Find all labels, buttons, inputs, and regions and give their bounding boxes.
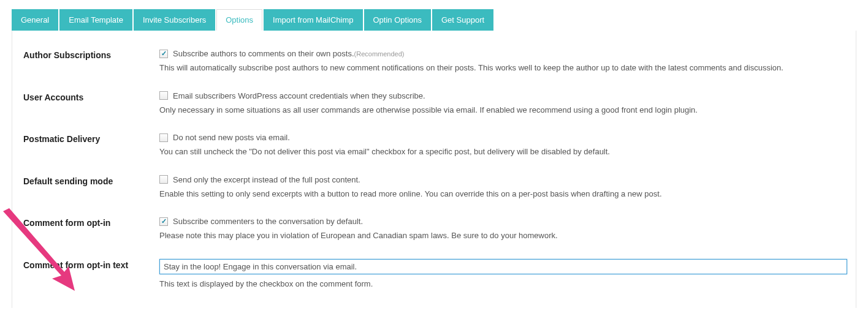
input-comment-form-optin-text[interactable] bbox=[159, 259, 847, 274]
row-author-subscriptions: Author Subscriptions Subscribe authors t… bbox=[23, 49, 856, 74]
tab-email-template[interactable]: Email Template bbox=[59, 9, 132, 31]
check-label-default-sending-mode: Send only the excerpt instead of the ful… bbox=[173, 175, 360, 184]
label-postmatic-delivery: Postmatic Delivery bbox=[23, 133, 159, 144]
row-user-accounts: User Accounts Email subscribers WordPres… bbox=[23, 91, 856, 116]
check-label-postmatic-delivery: Do not send new posts via email. bbox=[173, 133, 290, 142]
label-default-sending-mode: Default sending mode bbox=[23, 175, 159, 186]
tab-general[interactable]: General bbox=[12, 9, 58, 31]
desc-comment-form-optin: Please note this may place you in violat… bbox=[159, 230, 850, 242]
desc-default-sending-mode: Enable this setting to only send excerpt… bbox=[159, 188, 850, 200]
tab-import-mailchimp[interactable]: Import from MailChimp bbox=[264, 9, 362, 31]
recommended-tag: (Recommended) bbox=[354, 50, 405, 58]
label-comment-form-optin-text: Comment form opt-in text bbox=[23, 259, 159, 270]
desc-author-subscriptions: This will automatically subscribe post a… bbox=[159, 62, 850, 74]
checkbox-default-sending-mode[interactable] bbox=[159, 175, 168, 184]
label-user-accounts: User Accounts bbox=[23, 91, 159, 102]
label-author-subscriptions: Author Subscriptions bbox=[23, 49, 159, 60]
label-comment-form-optin: Comment form opt-in bbox=[23, 217, 159, 228]
tab-invite-subscribers[interactable]: Invite Subscribers bbox=[134, 9, 215, 31]
checkbox-comment-form-optin[interactable] bbox=[159, 217, 168, 226]
desc-comment-form-optin-text: This text is displayed by the checkbox o… bbox=[159, 278, 850, 290]
tab-get-support[interactable]: Get Support bbox=[432, 9, 493, 31]
tab-optin-options[interactable]: Optin Options bbox=[364, 9, 432, 31]
row-comment-form-optin: Comment form opt-in Subscribe commenters… bbox=[23, 217, 856, 242]
checkbox-author-subscriptions[interactable] bbox=[159, 50, 168, 58]
checkbox-postmatic-delivery[interactable] bbox=[159, 133, 168, 142]
tab-bar: General Email Template Invite Subscriber… bbox=[12, 9, 868, 31]
checkbox-user-accounts[interactable] bbox=[159, 91, 168, 100]
row-comment-form-optin-text: Comment form opt-in text This text is di… bbox=[23, 259, 856, 290]
check-label-author-subscriptions: Subscribe authors to comments on their o… bbox=[173, 49, 404, 58]
row-default-sending-mode: Default sending mode Send only the excer… bbox=[23, 175, 856, 200]
desc-user-accounts: Only necessary in some situations as all… bbox=[159, 104, 850, 116]
check-label-user-accounts: Email subscribers WordPress account cred… bbox=[173, 91, 425, 100]
desc-postmatic-delivery: You can still uncheck the "Do not delive… bbox=[159, 146, 850, 158]
options-panel: Author Subscriptions Subscribe authors t… bbox=[12, 31, 856, 308]
tab-options[interactable]: Options bbox=[216, 9, 262, 31]
check-label-comment-form-optin: Subscribe commenters to the conversation… bbox=[173, 217, 363, 226]
row-postmatic-delivery: Postmatic Delivery Do not send new posts… bbox=[23, 133, 856, 158]
